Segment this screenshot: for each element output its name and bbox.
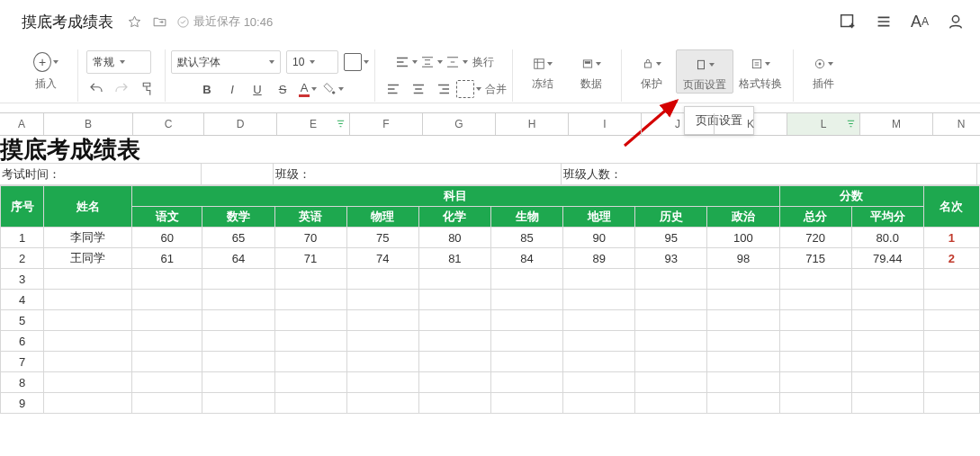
merge-label: 合并: [485, 82, 507, 97]
align-h-button[interactable]: [393, 50, 418, 74]
svg-rect-4: [535, 59, 544, 69]
svg-rect-5: [583, 60, 591, 67]
col-header-H[interactable]: H: [496, 113, 569, 135]
insert-button[interactable]: +: [33, 50, 58, 74]
table-row[interactable]: 4: [1, 290, 980, 310]
add-panel-icon[interactable]: [838, 12, 858, 31]
folder-move-icon[interactable]: [151, 13, 167, 30]
text-rotate-button[interactable]: [444, 50, 469, 74]
col-header-B[interactable]: B: [44, 113, 133, 135]
table-row[interactable]: 7: [1, 352, 980, 372]
font-size-select[interactable]: 10: [286, 50, 338, 74]
column-headers[interactable]: ABCDEFGHIJKLMN: [0, 112, 980, 136]
col-header-D[interactable]: D: [204, 113, 277, 135]
col-header-G[interactable]: G: [423, 113, 496, 135]
table-row[interactable]: 6: [1, 331, 980, 352]
table-row[interactable]: 3: [1, 269, 980, 290]
col-header-F[interactable]: F: [350, 113, 423, 135]
strike-button[interactable]: S: [270, 77, 295, 101]
svg-rect-8: [698, 60, 705, 68]
col-header-I[interactable]: I: [569, 113, 642, 135]
italic-button[interactable]: I: [220, 77, 245, 101]
redo-button[interactable]: [109, 77, 134, 101]
merge-button[interactable]: [456, 77, 481, 101]
table-row[interactable]: 2王同学61647174818489939871579.442: [1, 248, 980, 269]
view-mode-select[interactable]: 常规: [86, 50, 151, 74]
save-status: 最近保存 10:46: [176, 13, 273, 30]
col-header-M[interactable]: M: [860, 113, 933, 135]
col-header-A[interactable]: A: [0, 113, 44, 135]
save-status-label: 最近保存: [193, 13, 240, 30]
plugins-button[interactable]: 插件: [799, 49, 848, 92]
underline-button[interactable]: U: [245, 77, 270, 101]
col-header-C[interactable]: C: [133, 113, 204, 135]
toolbar: + 插入 常规 默认字体 10 B I U S A: [0, 44, 980, 103]
insert-label: 插入: [35, 76, 57, 92]
svg-point-2: [952, 16, 958, 22]
border-button[interactable]: [344, 50, 369, 74]
svg-rect-9: [752, 59, 760, 67]
list-icon[interactable]: [874, 12, 894, 31]
table-row[interactable]: 5: [1, 310, 980, 331]
undo-button[interactable]: [84, 77, 109, 101]
format-convert-button[interactable]: 格式转换: [733, 49, 787, 92]
align-v-button[interactable]: [418, 50, 444, 74]
table-row[interactable]: 9: [1, 393, 980, 414]
align-left-button[interactable]: [381, 77, 406, 101]
save-time: 10:46: [244, 15, 274, 29]
user-icon[interactable]: [946, 12, 966, 31]
col-header-L[interactable]: L: [787, 113, 860, 135]
col-header-N[interactable]: N: [933, 113, 980, 135]
svg-rect-6: [585, 62, 590, 64]
col-header-K[interactable]: K: [715, 113, 787, 135]
font-color-button[interactable]: A: [295, 77, 320, 101]
document-title: 摸底考成绩表: [22, 12, 113, 32]
star-icon[interactable]: [126, 13, 142, 30]
wrap-label: 换行: [472, 55, 494, 70]
info-row: 考试时间：班级：班级人数：: [0, 164, 980, 185]
data-button[interactable]: 数据: [567, 49, 616, 92]
align-right-button[interactable]: [431, 77, 456, 101]
protect-button[interactable]: 保护: [627, 49, 676, 92]
svg-point-3: [332, 92, 335, 94]
freeze-button[interactable]: 冻结: [518, 49, 567, 92]
col-header-E[interactable]: E: [277, 113, 350, 135]
svg-rect-1: [841, 15, 853, 27]
table-row[interactable]: 1李同学606570758085909510072080.01: [1, 228, 980, 248]
align-center-button[interactable]: [406, 77, 431, 101]
table-row[interactable]: 8: [1, 372, 980, 393]
svg-rect-7: [645, 63, 652, 67]
data-table[interactable]: 序号姓名科目分数名次语文数学英语物理化学生物地理历史政治总分平均分1李同学606…: [0, 185, 980, 414]
bold-button[interactable]: B: [194, 77, 220, 101]
sheet-title: 摸底考成绩表: [0, 136, 980, 164]
col-header-J[interactable]: J: [642, 113, 715, 135]
font-family-select[interactable]: 默认字体: [171, 50, 281, 74]
fill-color-button[interactable]: [320, 77, 346, 101]
font-size-icon[interactable]: AA: [910, 12, 930, 31]
title-bar: 摸底考成绩表 最近保存 10:46 AA: [0, 0, 980, 44]
svg-point-11: [819, 63, 821, 65]
format-painter-button[interactable]: [134, 77, 159, 101]
page-setup-button[interactable]: 页面设置: [676, 49, 733, 94]
spreadsheet-grid[interactable]: 摸底考成绩表考试时间：班级：班级人数：序号姓名科目分数名次语文数学英语物理化学生…: [0, 136, 980, 414]
